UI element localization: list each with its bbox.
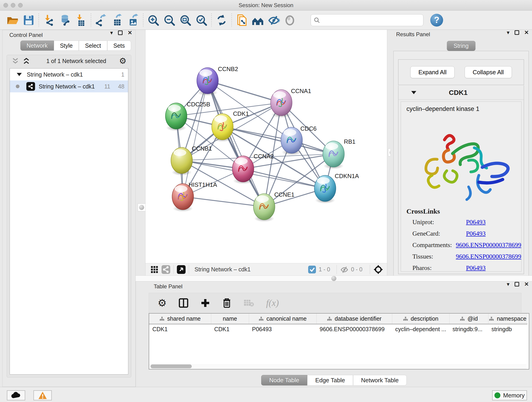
network-edge[interactable] xyxy=(208,81,281,103)
table-cell[interactable]: CDK1 xyxy=(211,324,249,334)
hide-selected-button[interactable] xyxy=(266,13,282,27)
search-box xyxy=(311,14,423,26)
network-node-cdk1[interactable]: CDK1 xyxy=(212,110,249,142)
function-builder-button[interactable]: f(x) xyxy=(266,298,279,308)
tab-node-table[interactable]: Node Table xyxy=(261,375,307,385)
panel-menu-icon[interactable]: ▾ xyxy=(507,30,510,35)
save-session-button[interactable] xyxy=(21,13,37,27)
close-panel-icon[interactable]: ✕ xyxy=(128,30,132,36)
table-cell[interactable]: CDK1 xyxy=(149,324,211,334)
column-header--id[interactable]: @id xyxy=(449,313,488,324)
crosslink-link[interactable]: P06493 xyxy=(466,218,486,226)
zoom-fit-button[interactable] xyxy=(177,13,193,27)
close-panel-icon[interactable]: ✕ xyxy=(524,30,529,35)
tab-select[interactable]: Select xyxy=(79,41,107,51)
fit-crosshair-icon[interactable] xyxy=(373,264,383,274)
network-edge[interactable] xyxy=(243,169,325,188)
horizontal-splitter[interactable] xyxy=(136,275,532,281)
scrollbar-thumb[interactable] xyxy=(151,364,192,368)
table-cell[interactable]: stringdb xyxy=(488,324,527,334)
share-view-icon[interactable] xyxy=(162,265,170,274)
crosslink-link[interactable]: 9606.ENSP00000378699 xyxy=(456,241,521,249)
string-document-button[interactable] xyxy=(234,13,250,27)
tab-network[interactable]: Network xyxy=(20,41,54,51)
tab-style[interactable]: Style xyxy=(54,41,79,51)
expand-all-button[interactable]: Expand All xyxy=(410,66,455,78)
panel-menu-icon[interactable]: ▾ xyxy=(110,30,113,36)
float-panel-icon[interactable] xyxy=(515,282,519,287)
tab-network-table[interactable]: Network Table xyxy=(353,375,407,385)
tab-edge-table[interactable]: Edge Table xyxy=(307,375,353,385)
close-panel-icon[interactable]: ✕ xyxy=(524,281,529,287)
first-neighbors-button[interactable] xyxy=(250,13,266,27)
column-header-canonical-name[interactable]: canonical name xyxy=(249,313,317,324)
grid-view-icon[interactable] xyxy=(151,266,158,274)
search-input[interactable] xyxy=(320,16,420,25)
entry-expander-icon[interactable] xyxy=(411,91,416,94)
table-settings-button[interactable]: ⚙ xyxy=(158,297,167,309)
network-canvas[interactable]: CCNB2CCNA1CDC25BCDK1CDC6RB1CCNB1CCNA2CDK… xyxy=(146,30,387,263)
network-node-cdc6[interactable]: CDC6 xyxy=(281,125,317,155)
delete-table-button[interactable] xyxy=(244,299,254,307)
network-node-ccnb1[interactable]: CCNB1 xyxy=(171,145,212,176)
table-cell[interactable]: stringdb:9... xyxy=(449,324,488,334)
network-node-cdkn1a[interactable]: CDKN1A xyxy=(314,172,359,204)
node-table[interactable]: shared namenamecanonical namedatabase id… xyxy=(149,313,529,370)
export-table-button[interactable] xyxy=(109,13,125,27)
column-header-shared-name[interactable]: shared name xyxy=(149,313,211,324)
column-header-name[interactable]: name xyxy=(211,313,249,324)
panel-menu-icon[interactable]: ▾ xyxy=(507,281,510,287)
network-row[interactable]: String Network – cdk1 11 48 xyxy=(10,80,128,92)
column-header-database-identifier[interactable]: database identifier xyxy=(317,313,392,324)
add-column-button[interactable] xyxy=(201,298,210,308)
network-node-ccna1[interactable]: CCNA1 xyxy=(271,88,311,118)
network-edge[interactable] xyxy=(183,81,208,197)
network-node-ccne1[interactable]: CCNE1 xyxy=(253,191,294,222)
table-cell[interactable]: P06493 xyxy=(249,324,317,334)
import-table-button[interactable] xyxy=(73,13,89,27)
network-node-hist1h1a[interactable]: HIST1H1A xyxy=(172,181,217,212)
collapse-all-button[interactable]: Collapse All xyxy=(465,66,512,78)
network-edge[interactable] xyxy=(183,197,264,207)
network-node-rb1[interactable]: RB1 xyxy=(323,138,355,169)
table-cell[interactable]: 9606.ENSP00000378699 xyxy=(317,324,392,334)
table-horizontal-scrollbar[interactable] xyxy=(149,364,526,369)
zoom-selected-button[interactable] xyxy=(193,13,209,27)
float-panel-icon[interactable] xyxy=(515,30,519,35)
network-collection-row[interactable]: String Network – cdk1 1 xyxy=(10,69,128,80)
crosslink-link[interactable]: P06493 xyxy=(466,230,486,237)
gear-icon[interactable]: ⚙ xyxy=(119,56,127,66)
table-cell[interactable]: cyclin–dependent ... xyxy=(392,324,449,334)
tab-sets[interactable]: Sets xyxy=(107,41,131,51)
float-panel-icon[interactable] xyxy=(118,31,123,35)
export-network-button[interactable] xyxy=(93,13,109,27)
column-header-description[interactable]: description xyxy=(392,313,449,324)
crosslink-link[interactable]: P06493 xyxy=(466,264,486,272)
warnings-button[interactable] xyxy=(33,390,52,400)
table-row[interactable]: CDK1CDK1P064939606.ENSP00000378699cyclin… xyxy=(149,324,527,334)
delete-column-button[interactable] xyxy=(222,298,232,308)
refresh-button[interactable] xyxy=(214,13,230,27)
zoom-out-button[interactable] xyxy=(161,13,177,27)
left-splitter-handle[interactable] xyxy=(138,204,146,211)
expand-all-icon[interactable] xyxy=(22,57,30,64)
network-node-ccnb2[interactable]: CCNB2 xyxy=(197,65,238,96)
column-header-namespace[interactable]: namespace xyxy=(488,313,527,324)
import-network-database-button[interactable] xyxy=(57,13,73,27)
show-columns-button[interactable] xyxy=(178,298,189,308)
crosslink-link[interactable]: 9606.ENSP00000378699 xyxy=(456,253,521,260)
selected-checkbox-icon[interactable] xyxy=(308,266,316,274)
zoom-in-button[interactable] xyxy=(145,13,161,27)
show-all-button[interactable] xyxy=(282,13,298,27)
tab-string[interactable]: String xyxy=(447,41,475,51)
open-external-icon[interactable] xyxy=(177,265,186,274)
cloud-button[interactable] xyxy=(7,390,25,400)
import-network-file-button[interactable] xyxy=(41,13,57,27)
export-image-button[interactable] xyxy=(125,13,141,27)
collapse-all-icon[interactable] xyxy=(12,57,19,64)
memory-button[interactable]: Memory xyxy=(492,390,527,400)
help-button[interactable]: ? xyxy=(430,14,443,27)
collection-expander-icon[interactable] xyxy=(17,73,22,76)
open-session-button[interactable] xyxy=(5,13,21,27)
network-node-cdc25b[interactable]: CDC25B xyxy=(165,101,210,131)
